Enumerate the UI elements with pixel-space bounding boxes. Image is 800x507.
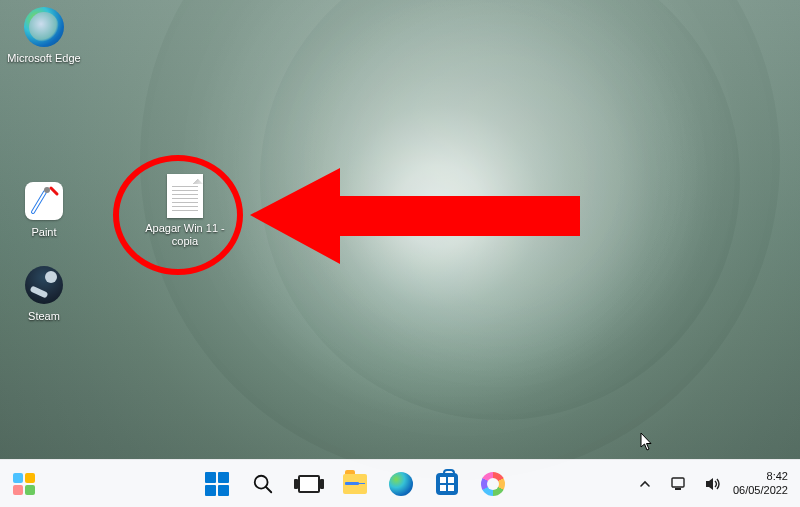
desktop-icon-label: Paint	[6, 226, 82, 239]
taskview-icon	[298, 475, 320, 493]
start-button[interactable]	[198, 465, 236, 503]
tray-chevron-button[interactable]	[633, 468, 657, 500]
taskview-button[interactable]	[290, 465, 328, 503]
taskbar: 8:42 06/05/2022	[0, 459, 800, 507]
taskbar-clock[interactable]: 8:42 06/05/2022	[733, 470, 790, 496]
search-button[interactable]	[244, 465, 282, 503]
desktop-icon-edge[interactable]: Microsoft Edge	[6, 6, 82, 65]
desktop-icon-label: Steam	[6, 310, 82, 323]
desktop-icon-steam[interactable]: Steam	[6, 264, 82, 323]
wallpaper-bloom	[0, 0, 800, 459]
desktop-icon-paint[interactable]: Paint	[6, 180, 82, 239]
desktop-icon-label: Microsoft Edge	[6, 52, 82, 65]
file-explorer-button[interactable]	[336, 465, 374, 503]
svg-point-0	[44, 187, 50, 193]
desktop-icon-label: Apagar Win 11 - copia	[142, 222, 228, 247]
svg-line-3	[266, 486, 272, 492]
palette-icon	[481, 472, 505, 496]
svg-rect-5	[675, 488, 681, 490]
clock-time: 8:42	[733, 470, 788, 483]
speaker-icon	[704, 476, 722, 492]
volume-button[interactable]	[701, 468, 725, 500]
mouse-cursor-icon	[640, 432, 654, 452]
chevron-up-icon	[639, 478, 651, 490]
desktop-icon-shortcut-file[interactable]: Apagar Win 11 - copia	[142, 174, 228, 247]
windows-logo-icon	[205, 472, 229, 496]
network-icon	[670, 476, 688, 492]
annotation-arrow-left	[250, 160, 580, 280]
steam-icon	[23, 264, 65, 306]
text-file-icon	[167, 174, 203, 218]
search-icon	[252, 473, 274, 495]
store-button[interactable]	[428, 465, 466, 503]
svg-marker-1	[250, 168, 580, 264]
paint-icon	[23, 180, 65, 222]
edge-icon	[23, 6, 65, 48]
system-tray: 8:42 06/05/2022	[623, 460, 800, 507]
edge-button[interactable]	[382, 465, 420, 503]
svg-rect-4	[672, 478, 684, 487]
taskbar-center	[88, 460, 623, 507]
edge-icon	[389, 472, 413, 496]
desktop[interactable]: Microsoft Edge Paint Steam Apagar Win 11…	[0, 0, 800, 459]
paint-button[interactable]	[474, 465, 512, 503]
widgets-icon	[13, 473, 35, 495]
store-icon	[436, 473, 458, 495]
clock-date: 06/05/2022	[733, 484, 788, 497]
widgets-button[interactable]	[5, 465, 43, 503]
network-button[interactable]	[667, 468, 691, 500]
folder-icon	[343, 474, 367, 494]
